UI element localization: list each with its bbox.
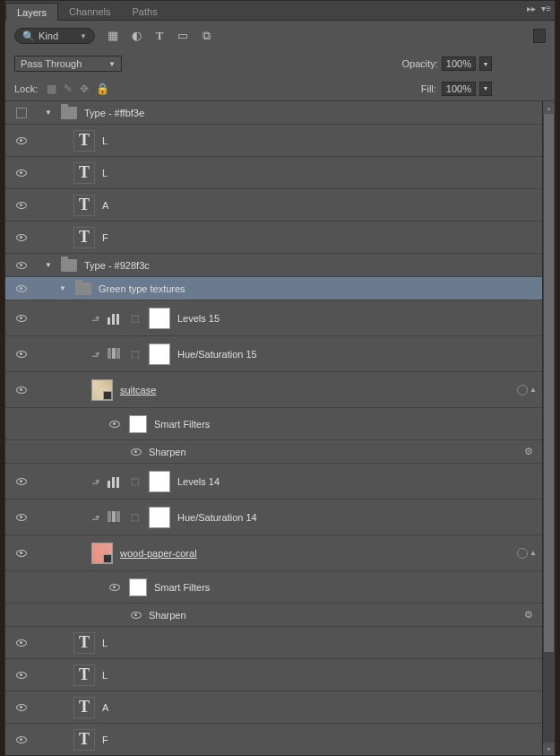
visibility-toggle[interactable] bbox=[16, 478, 27, 485]
layer-row[interactable]: T L bbox=[5, 125, 542, 157]
filter-type-icon[interactable]: T bbox=[152, 29, 167, 43]
filter-smartobject-icon[interactable]: ⧉ bbox=[199, 29, 213, 43]
layer-name[interactable]: Hue/Saturation 14 bbox=[177, 512, 257, 523]
fill-input[interactable]: 100% bbox=[442, 82, 476, 96]
layer-name[interactable]: A bbox=[102, 702, 108, 713]
lock-all-icon[interactable]: 🔒 bbox=[96, 83, 109, 95]
disclosure-triangle-icon[interactable] bbox=[45, 261, 54, 269]
layer-name[interactable]: Type - #928f3c bbox=[84, 260, 150, 271]
layer-group-row[interactable]: Type - #928f3c bbox=[5, 254, 542, 277]
visibility-toggle[interactable] bbox=[16, 315, 27, 322]
disclosure-triangle-icon[interactable] bbox=[59, 284, 68, 292]
blend-mode-select[interactable]: Pass Through ▼ bbox=[14, 56, 122, 72]
visibility-toggle[interactable] bbox=[16, 639, 27, 647]
layer-mask-icon[interactable] bbox=[149, 471, 170, 492]
visibility-toggle[interactable] bbox=[16, 234, 27, 241]
smartobject-thumb[interactable] bbox=[91, 543, 113, 564]
visibility-toggle[interactable] bbox=[131, 448, 142, 456]
chevron-up-icon[interactable]: ▲ bbox=[530, 386, 537, 394]
layer-name[interactable]: Hue/Saturation 15 bbox=[177, 349, 257, 360]
visibility-toggle[interactable] bbox=[16, 387, 27, 394]
layer-name[interactable]: L bbox=[102, 135, 108, 146]
filter-kind-select[interactable]: 🔍 Kind ▼ bbox=[14, 28, 95, 44]
scrollbar[interactable]: ▲ ▼ bbox=[542, 101, 555, 755]
tab-channels[interactable]: Channels bbox=[58, 3, 121, 20]
collapse-icon[interactable]: ▸▸ bbox=[527, 4, 536, 13]
tab-layers[interactable]: Layers bbox=[5, 3, 58, 21]
layer-row[interactable]: T F bbox=[5, 724, 542, 755]
visibility-toggle[interactable] bbox=[131, 612, 142, 619]
lock-position-icon[interactable]: ✥ bbox=[80, 83, 89, 95]
layer-row[interactable]: T A bbox=[5, 189, 542, 222]
layer-name[interactable]: Levels 15 bbox=[177, 313, 220, 324]
layer-row[interactable]: wood-paper-coral ▲ bbox=[5, 535, 542, 571]
tab-paths[interactable]: Paths bbox=[122, 3, 168, 20]
visibility-toggle[interactable] bbox=[16, 736, 27, 743]
layer-row[interactable]: T F bbox=[5, 222, 542, 254]
layer-group-row-selected[interactable]: Green type textures bbox=[5, 277, 542, 300]
visibility-toggle[interactable] bbox=[109, 421, 120, 428]
smartobject-thumb[interactable] bbox=[91, 379, 113, 401]
scroll-down-icon[interactable]: ▼ bbox=[543, 743, 555, 755]
layer-name[interactable]: Type - #ffbf3e bbox=[84, 108, 144, 118]
group-checkbox[interactable] bbox=[16, 108, 27, 118]
filter-options-icon[interactable]: ⚙ bbox=[524, 609, 533, 621]
chevron-up-icon[interactable]: ▲ bbox=[530, 549, 537, 557]
disclosure-triangle-icon[interactable] bbox=[45, 109, 54, 117]
lock-pixels-icon[interactable]: ✎ bbox=[64, 83, 73, 95]
layer-name[interactable]: L bbox=[102, 638, 108, 648]
smart-filters-row[interactable]: Smart Filters bbox=[5, 408, 542, 440]
filter-mask-icon[interactable] bbox=[129, 415, 147, 433]
layer-row[interactable]: T A bbox=[5, 691, 542, 724]
filter-pixel-icon[interactable]: ▦ bbox=[106, 29, 120, 43]
layer-row[interactable]: T L bbox=[5, 157, 542, 189]
layer-row[interactable]: suitcase ▲ bbox=[5, 372, 542, 408]
layer-mask-icon[interactable] bbox=[149, 343, 170, 365]
filter-name[interactable]: Sharpen bbox=[149, 610, 186, 621]
layer-name[interactable]: L bbox=[102, 670, 108, 681]
layer-name[interactable]: F bbox=[102, 734, 108, 745]
layer-mask-icon[interactable] bbox=[149, 507, 170, 528]
filter-mask-icon[interactable] bbox=[129, 578, 147, 596]
layer-name[interactable]: L bbox=[102, 168, 108, 178]
visibility-toggle[interactable] bbox=[16, 202, 27, 209]
visibility-toggle[interactable] bbox=[16, 514, 27, 521]
visibility-toggle[interactable] bbox=[16, 285, 27, 292]
layer-name[interactable]: wood-paper-coral bbox=[120, 548, 197, 559]
visibility-toggle[interactable] bbox=[16, 262, 27, 269]
filter-options-icon[interactable]: ⚙ bbox=[524, 446, 533, 457]
smart-filters-row[interactable]: Smart Filters bbox=[5, 571, 542, 604]
layer-name[interactable]: A bbox=[102, 200, 108, 211]
visibility-toggle[interactable] bbox=[16, 704, 27, 711]
layer-row[interactable]: ↳ ⬚ Levels 14 bbox=[5, 464, 542, 500]
visibility-toggle[interactable] bbox=[16, 550, 27, 557]
layer-name[interactable]: suitcase bbox=[120, 385, 156, 395]
visibility-toggle[interactable] bbox=[109, 584, 120, 591]
scroll-thumb[interactable] bbox=[544, 114, 554, 652]
fill-dropdown[interactable]: ▼ bbox=[479, 82, 492, 96]
filter-adjustment-icon[interactable]: ◐ bbox=[129, 29, 143, 43]
filter-shape-icon[interactable]: ▭ bbox=[176, 29, 190, 43]
layer-name[interactable]: Levels 14 bbox=[177, 476, 220, 487]
scroll-up-icon[interactable]: ▲ bbox=[543, 101, 555, 114]
layer-row[interactable]: T L bbox=[5, 627, 542, 659]
opacity-dropdown[interactable]: ▼ bbox=[479, 56, 492, 71]
opacity-input[interactable]: 100% bbox=[442, 56, 476, 71]
lock-transparency-icon[interactable]: ▩ bbox=[47, 83, 56, 95]
filter-name[interactable]: Sharpen bbox=[149, 447, 186, 457]
layer-row[interactable]: ↳ ⬚ Hue/Saturation 14 bbox=[5, 500, 542, 535]
layer-row[interactable]: ↳ ⬚ Levels 15 bbox=[5, 300, 542, 336]
layer-row[interactable]: T L bbox=[5, 659, 542, 691]
visibility-toggle[interactable] bbox=[16, 137, 27, 144]
filter-row[interactable]: Sharpen ⚙ bbox=[5, 440, 542, 464]
layer-name[interactable]: Green type textures bbox=[99, 283, 185, 294]
layer-row[interactable]: ↳ ⬚ Hue/Saturation 15 bbox=[5, 336, 542, 372]
panel-menu-icon[interactable]: ▾≡ bbox=[541, 4, 551, 13]
filter-toggle[interactable] bbox=[533, 29, 546, 43]
layer-group-row[interactable]: Type - #ffbf3e bbox=[5, 101, 542, 125]
visibility-toggle[interactable] bbox=[16, 169, 27, 177]
layer-mask-icon[interactable] bbox=[149, 308, 170, 329]
visibility-toggle[interactable] bbox=[16, 672, 27, 679]
layer-name[interactable]: F bbox=[102, 232, 108, 243]
filter-row[interactable]: Sharpen ⚙ bbox=[5, 604, 542, 627]
